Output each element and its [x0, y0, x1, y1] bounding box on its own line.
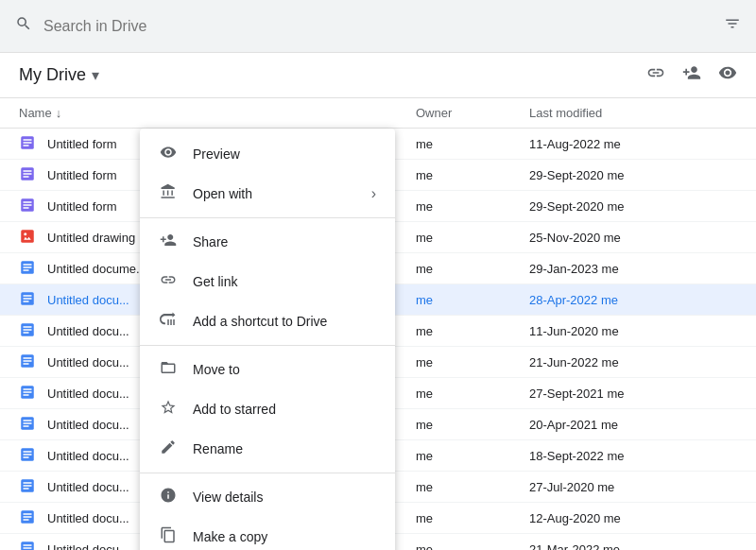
drive-header-actions [646, 63, 737, 87]
file-type-icon [19, 165, 38, 184]
file-owner: me [416, 387, 529, 401]
menu-divider [140, 345, 395, 346]
svg-rect-9 [24, 201, 32, 203]
svg-rect-52 [24, 547, 32, 549]
file-owner: me [416, 199, 529, 214]
svg-rect-29 [24, 363, 29, 365]
svg-rect-32 [24, 391, 32, 393]
star-icon [159, 399, 178, 420]
menu-item-make-copy[interactable]: Make a copy [140, 517, 395, 550]
svg-rect-41 [24, 456, 29, 458]
filter-icon[interactable] [724, 15, 741, 37]
info-icon [159, 487, 178, 507]
file-modified: 21-Mar-2022 me [529, 542, 737, 551]
eye-icon[interactable] [718, 63, 737, 87]
file-name: Untitled docu... [47, 324, 129, 338]
link-icon[interactable] [646, 63, 665, 87]
file-modified: 25-Nov-2020 me [529, 231, 737, 245]
svg-rect-1 [24, 139, 32, 141]
svg-rect-36 [24, 422, 32, 424]
file-type-icon [19, 477, 38, 496]
svg-rect-27 [24, 357, 32, 359]
menu-item-label: Add a shortcut to Drive [193, 314, 376, 329]
svg-rect-43 [24, 482, 32, 484]
file-name: Untitled drawing [47, 231, 135, 245]
svg-rect-39 [24, 451, 32, 453]
file-owner: me [416, 480, 529, 494]
file-modified: 29-Sept-2020 me [529, 168, 737, 182]
copy-icon [159, 526, 178, 547]
svg-rect-47 [24, 513, 32, 515]
col-name-header: Name ↓ [19, 106, 416, 120]
menu-divider [140, 217, 395, 218]
menu-item-label: Move to [193, 362, 376, 377]
file-list-header: Name ↓ Owner Last modified [0, 98, 756, 129]
svg-rect-15 [24, 264, 32, 266]
svg-rect-35 [24, 420, 32, 421]
search-bar [0, 0, 756, 53]
file-modified: 20-Apr-2021 me [529, 418, 737, 432]
edit-icon [159, 438, 178, 459]
menu-item-label: Preview [193, 146, 376, 162]
menu-item-view-details[interactable]: View details [140, 477, 395, 517]
file-owner: me [416, 355, 529, 370]
my-drive-dropdown-icon[interactable]: ▾ [92, 66, 99, 84]
svg-rect-44 [24, 485, 32, 487]
svg-rect-28 [24, 360, 32, 362]
file-name: Untitled docu... [47, 355, 129, 370]
menu-item-label: Share [193, 234, 376, 249]
menu-item-add-starred[interactable]: Add to starred [140, 389, 395, 429]
file-type-icon [19, 384, 38, 403]
menu-item-label: Add to starred [193, 402, 376, 417]
file-name: Untitled form [47, 168, 117, 182]
submenu-arrow-icon: › [371, 185, 376, 202]
svg-rect-48 [24, 516, 32, 518]
menu-item-preview[interactable]: Preview [140, 134, 395, 174]
svg-rect-40 [24, 454, 32, 455]
file-modified: 29-Sept-2020 me [529, 199, 737, 214]
file-type-icon [19, 259, 38, 278]
menu-item-label: Rename [193, 441, 376, 456]
file-modified: 21-Jun-2022 me [529, 355, 737, 370]
file-type-icon [19, 352, 38, 371]
person-add-icon [159, 232, 178, 252]
menu-item-open-with[interactable]: Open with › [140, 174, 395, 214]
svg-rect-25 [24, 332, 29, 334]
menu-item-label: Make a copy [193, 529, 376, 544]
menu-item-share[interactable]: Share [140, 222, 395, 262]
file-name: Untitled docu... [47, 293, 129, 307]
file-owner: me [416, 168, 529, 182]
menu-divider [140, 473, 395, 473]
svg-rect-37 [24, 425, 29, 427]
shortcut-icon [159, 311, 178, 332]
search-input[interactable] [43, 18, 713, 35]
file-owner: me [416, 137, 529, 151]
file-name: Untitled docu... [47, 418, 129, 432]
svg-rect-5 [24, 170, 32, 172]
link-icon [159, 271, 178, 292]
file-type-icon [19, 415, 38, 434]
sort-icon[interactable]: ↓ [56, 106, 62, 120]
file-owner: me [416, 511, 529, 525]
svg-rect-24 [24, 329, 32, 331]
svg-rect-33 [24, 394, 29, 396]
menu-item-get-link[interactable]: Get link [140, 262, 395, 301]
file-type-icon [19, 228, 38, 247]
svg-rect-19 [24, 295, 32, 297]
add-person-icon[interactable] [682, 63, 701, 87]
menu-item-rename[interactable]: Rename [140, 429, 395, 469]
file-type-icon [19, 197, 38, 215]
menu-item-move-to[interactable]: Move to [140, 350, 395, 389]
file-owner: me [416, 418, 529, 432]
col-modified-header: Last modified [529, 106, 737, 120]
svg-rect-21 [24, 301, 29, 302]
svg-rect-2 [24, 142, 32, 144]
svg-rect-31 [24, 388, 32, 390]
file-type-icon [19, 446, 38, 465]
file-name: Untitled form [47, 137, 117, 151]
search-icon [15, 15, 32, 37]
svg-rect-12 [21, 230, 34, 243]
drive-header: My Drive ▾ [0, 53, 756, 98]
menu-item-add-shortcut[interactable]: Add a shortcut to Drive [140, 301, 395, 341]
file-type-icon [19, 134, 38, 153]
